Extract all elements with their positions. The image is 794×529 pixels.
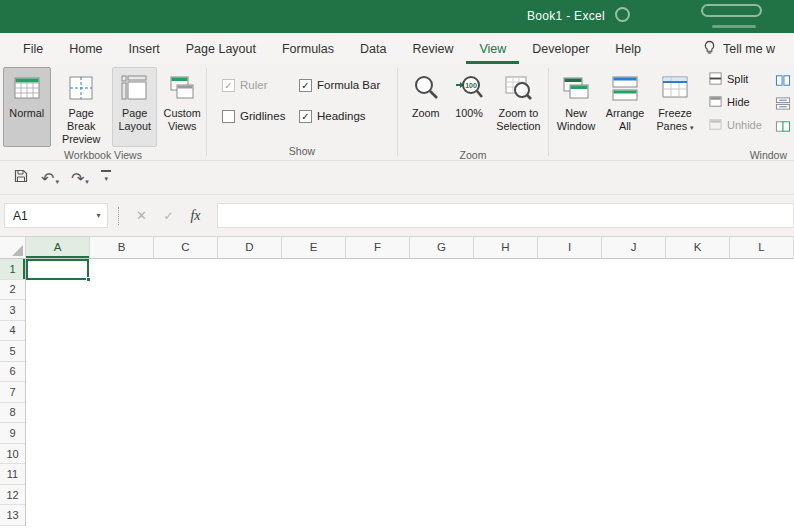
row-header-3[interactable]: 3: [0, 300, 25, 321]
tab-formulas[interactable]: Formulas: [269, 33, 347, 64]
tell-me-label: Tell me w: [723, 42, 775, 56]
column-header-B[interactable]: B: [90, 237, 154, 258]
arrange-all-label: Arrange All: [606, 107, 644, 133]
row-header-1[interactable]: 1: [0, 259, 25, 280]
column-header-J[interactable]: J: [602, 237, 666, 258]
checkbox-gridlines[interactable]: Gridlines: [222, 108, 299, 124]
tab-review-label: Review: [412, 42, 453, 56]
checkbox-checked-icon: ✓: [299, 79, 312, 92]
excel-window: Book1 - Excel File Home Insert Page Layo…: [0, 0, 794, 529]
checkbox-checked-icon: ✓: [299, 110, 312, 123]
tab-file[interactable]: File: [10, 33, 56, 64]
row-header-10[interactable]: 10: [0, 444, 25, 465]
tab-help[interactable]: Help: [602, 33, 654, 64]
name-box-value: A1: [5, 209, 90, 223]
arrange-all-icon: [609, 72, 641, 104]
column-header-D[interactable]: D: [218, 237, 282, 258]
checkbox-formula-bar[interactable]: ✓ Formula Bar: [299, 77, 395, 93]
page-break-preview-button[interactable]: Page Break Preview: [53, 67, 110, 147]
titlebar-line-decoration: [712, 25, 756, 28]
fx-icon: fx: [190, 208, 200, 223]
row-header-4[interactable]: 4: [0, 321, 25, 342]
column-header-A[interactable]: A: [26, 237, 90, 258]
column-header-G[interactable]: G: [410, 237, 474, 258]
row-header-11[interactable]: 11: [0, 464, 25, 485]
tab-view[interactable]: View: [466, 33, 519, 64]
undo-button[interactable]: ↶ ▾: [35, 166, 65, 190]
tab-developer-label: Developer: [532, 42, 589, 56]
name-box[interactable]: A1 ▾: [4, 203, 108, 228]
row-header-13[interactable]: 13: [0, 505, 25, 526]
enter-button[interactable]: ✓: [155, 209, 182, 223]
reset-window-position-button[interactable]: [775, 119, 792, 135]
row-header-2[interactable]: 2: [0, 280, 25, 301]
tab-review[interactable]: Review: [399, 33, 466, 64]
zoom-label: Zoom: [412, 107, 440, 120]
page-layout-button[interactable]: Page Layout: [112, 67, 158, 147]
checkbox-checked-icon: ✓: [222, 79, 235, 92]
fill-handle[interactable]: [86, 277, 91, 282]
zoom-button[interactable]: Zoom: [403, 67, 448, 147]
tab-data-label: Data: [360, 42, 386, 56]
reset-window-position-icon: [775, 119, 791, 134]
active-cell-A1[interactable]: [26, 259, 89, 280]
tab-help-label: Help: [615, 42, 641, 56]
page-break-preview-label: Page Break Preview: [54, 107, 109, 146]
tab-file-label: File: [23, 42, 43, 56]
row-header-9[interactable]: 9: [0, 423, 25, 444]
new-window-icon: [560, 72, 592, 104]
unhide-button[interactable]: Unhide: [706, 115, 764, 135]
svg-text:100: 100: [465, 82, 477, 89]
freeze-panes-button[interactable]: Freeze Panes ▾: [650, 67, 700, 147]
chevron-down-icon: ▾: [85, 176, 89, 188]
column-header-C[interactable]: C: [154, 237, 218, 258]
checkbox-ruler[interactable]: ✓ Ruler: [222, 77, 299, 93]
tab-home[interactable]: Home: [56, 33, 115, 64]
new-window-button[interactable]: New Window: [552, 67, 600, 147]
column-header-F[interactable]: F: [346, 237, 410, 258]
tab-page-layout[interactable]: Page Layout: [173, 33, 269, 64]
formula-bar-row: A1 ▾ ✕ ✓ fx: [0, 195, 794, 237]
custom-views-button[interactable]: Custom Views: [159, 67, 205, 147]
sheet-grid[interactable]: [26, 259, 794, 526]
view-side-by-side-button[interactable]: [775, 73, 792, 89]
normal-view-label: Normal: [9, 107, 44, 120]
arrange-all-button[interactable]: Arrange All: [602, 67, 648, 147]
tell-me-box[interactable]: Tell me w: [702, 33, 794, 64]
formula-input[interactable]: [217, 203, 794, 228]
column-header-L[interactable]: L: [730, 237, 794, 258]
row-header-6[interactable]: 6: [0, 362, 25, 383]
freeze-panes-icon: [659, 72, 691, 104]
row-header-5[interactable]: 5: [0, 341, 25, 362]
redo-button[interactable]: ↷ ▾: [65, 166, 95, 190]
tab-developer[interactable]: Developer: [519, 33, 602, 64]
split-button[interactable]: Split: [706, 69, 764, 89]
ribbon-tab-bar: File Home Insert Page Layout Formulas Da…: [0, 33, 794, 64]
row-header-8[interactable]: 8: [0, 403, 25, 424]
tab-formulas-label: Formulas: [282, 42, 334, 56]
synchronous-scrolling-button[interactable]: [775, 96, 792, 112]
cancel-button[interactable]: ✕: [128, 208, 155, 223]
save-button[interactable]: [7, 166, 35, 190]
insert-function-button[interactable]: fx: [182, 208, 209, 224]
select-all-button[interactable]: [0, 237, 26, 258]
hide-label: Hide: [727, 96, 750, 108]
row-header-12[interactable]: 12: [0, 485, 25, 506]
formula-bar-drag-handle[interactable]: [118, 207, 119, 225]
checkbox-headings[interactable]: ✓ Headings: [299, 108, 395, 124]
zoom-100-button[interactable]: 100 100%: [450, 67, 487, 147]
hide-button[interactable]: Hide: [706, 92, 764, 112]
column-header-H[interactable]: H: [474, 237, 538, 258]
customize-qat-button[interactable]: ▾: [95, 166, 117, 190]
chevron-down-icon: ▾: [55, 176, 59, 188]
normal-view-button[interactable]: Normal: [3, 67, 51, 147]
zoom-to-selection-button[interactable]: Zoom to Selection: [490, 67, 547, 147]
row-header-7[interactable]: 7: [0, 382, 25, 403]
tab-page-layout-label: Page Layout: [186, 42, 256, 56]
column-header-E[interactable]: E: [282, 237, 346, 258]
column-header-K[interactable]: K: [666, 237, 730, 258]
quick-access-toolbar: ↶ ▾ ↷ ▾ ▾: [0, 161, 794, 195]
column-header-I[interactable]: I: [538, 237, 602, 258]
tab-insert[interactable]: Insert: [116, 33, 173, 64]
tab-data[interactable]: Data: [347, 33, 399, 64]
